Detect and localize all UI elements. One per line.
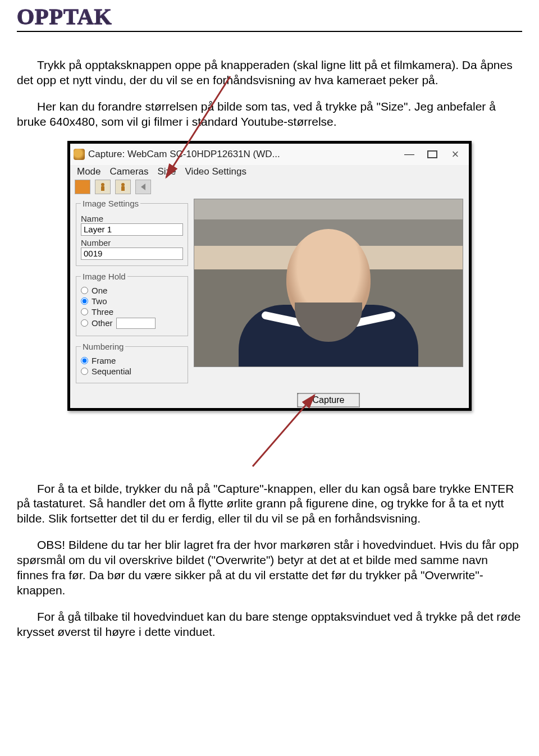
numbering-legend: Numbering (81, 342, 125, 351)
radio-other[interactable] (81, 319, 88, 327)
capture-button[interactable]: Capture (298, 393, 360, 407)
image-hold-legend: Image Hold (81, 272, 127, 281)
close-button[interactable]: × (449, 149, 462, 160)
toolbar-btn-3[interactable] (115, 180, 131, 194)
paragraph-2: Her kan du forandre størrelsen på bilde … (17, 99, 522, 130)
page-title: OPPTAK (17, 3, 522, 30)
webcam-preview (194, 199, 463, 367)
capture-window-screenshot: Capture: WebCam SC-10HDP12631N (WD... — … (67, 141, 472, 411)
maximize-button[interactable] (427, 150, 437, 158)
left-panel: Image Settings Name Number Image Hold On… (76, 199, 188, 383)
radio-sequential[interactable] (81, 368, 88, 375)
image-settings-legend: Image Settings (81, 199, 140, 208)
paragraph-4: OBS! Bildene du tar her blir lagret fra … (17, 538, 522, 598)
radio-one[interactable] (81, 287, 88, 294)
radio-two[interactable] (81, 297, 88, 305)
radio-two-label: Two (92, 296, 107, 306)
image-settings-group: Image Settings Name Number (76, 199, 188, 266)
radio-one-label: One (92, 286, 107, 295)
radio-other-label: Other (92, 318, 113, 328)
arrow-left-icon (139, 182, 148, 191)
toolbar-btn-2[interactable] (95, 180, 111, 194)
menu-size[interactable]: Size (154, 166, 180, 177)
name-input[interactable] (81, 223, 183, 236)
window-title: Capture: WebCam SC-10HDP12631N (WD... (88, 149, 403, 160)
svg-point-3 (121, 183, 125, 186)
svg-rect-2 (101, 186, 104, 191)
radio-frame-label: Frame (92, 356, 116, 365)
svg-rect-4 (121, 186, 125, 191)
title-divider (17, 31, 522, 32)
paragraph-5: For å gå tilbake til hovedvinduet kan du… (17, 610, 522, 640)
titlebar: Capture: WebCam SC-10HDP12631N (WD... — … (70, 144, 469, 165)
number-input[interactable] (81, 248, 183, 260)
app-icon (74, 149, 85, 160)
radio-three-label: Three (92, 307, 113, 317)
name-label: Name (81, 214, 183, 223)
paragraph-3: For å ta et bilde, trykker du nå på "Cap… (17, 482, 522, 527)
menu-mode[interactable]: Mode (74, 166, 104, 177)
figure-icon (98, 182, 107, 191)
minimize-button[interactable]: — (403, 149, 416, 160)
svg-point-1 (101, 183, 104, 186)
toolbar (70, 180, 469, 199)
toolbar-btn-1[interactable] (75, 180, 90, 194)
radio-three[interactable] (81, 308, 88, 315)
toolbar-btn-4[interactable] (135, 180, 151, 194)
figure-icon (118, 182, 127, 191)
radio-frame[interactable] (81, 357, 88, 364)
image-hold-group: Image Hold One Two Three Other (76, 272, 188, 336)
radio-sequential-label: Sequential (92, 366, 131, 376)
capture-window: Capture: WebCam SC-10HDP12631N (WD... — … (67, 141, 472, 411)
menu-cameras[interactable]: Cameras (107, 166, 152, 177)
menu-video-settings[interactable]: Video Settings (182, 166, 250, 177)
paragraph-1: Trykk på opptaksknappen oppe på knappera… (17, 58, 522, 88)
menubar: Mode Cameras Size Video Settings (70, 165, 469, 180)
number-label: Number (81, 238, 183, 248)
numbering-group: Numbering Frame Sequential (76, 342, 188, 383)
other-value-input[interactable] (116, 318, 156, 329)
